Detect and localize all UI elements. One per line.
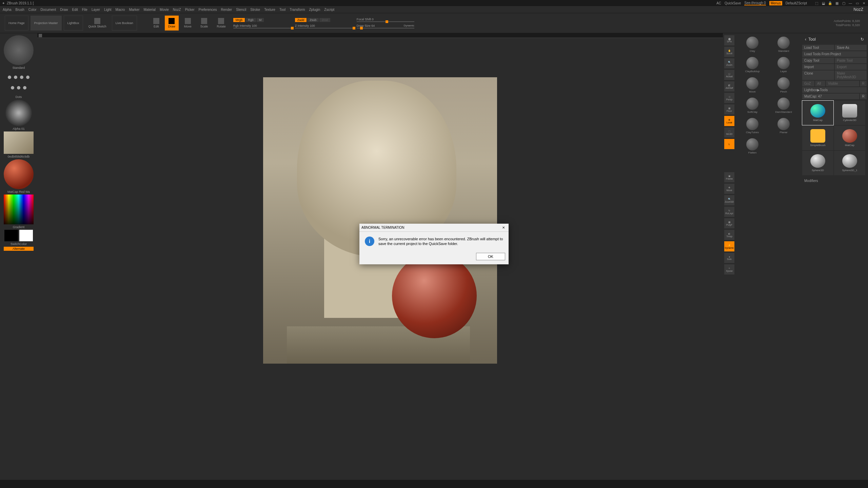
- info-icon: i: [365, 237, 374, 246]
- dialog-ok-button[interactable]: OK: [476, 253, 505, 260]
- error-dialog: ABNORMAL TERMINATION ✕ i Sorry, an unrec…: [359, 224, 509, 264]
- dialog-title-text: ABNORMAL TERMINATION: [361, 226, 405, 229]
- dialog-backdrop: ABNORMAL TERMINATION ✕ i Sorry, an unrec…: [0, 0, 868, 488]
- dialog-close-button[interactable]: ✕: [500, 225, 507, 231]
- dialog-message: Sorry, an unrecoverable error has been e…: [378, 237, 503, 246]
